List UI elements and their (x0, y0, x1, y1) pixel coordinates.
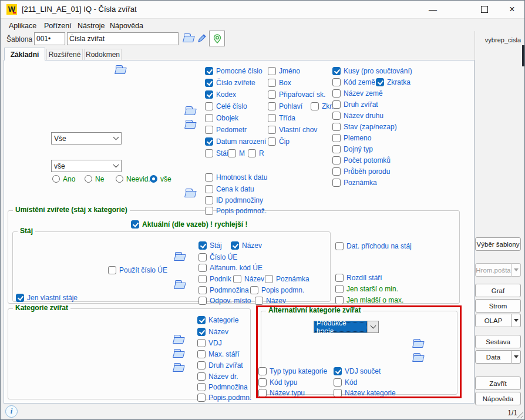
scrollbar-thumb[interactable] (522, 45, 525, 66)
checkbox-box[interactable]: Box (268, 78, 291, 87)
checkbox-icon[interactable] (311, 102, 319, 110)
checkbox-icon[interactable] (332, 112, 341, 120)
checkbox-nazev-typu[interactable]: Název typu (258, 388, 305, 397)
checkbox-icon[interactable] (334, 389, 342, 397)
checkbox-icon[interactable] (265, 275, 273, 283)
napoveda-button[interactable]: Nápověda (475, 392, 521, 405)
edit-pencil-icon[interactable] (197, 33, 207, 45)
checkbox-popis-podmn[interactable]: Popis podmn. (250, 285, 304, 294)
checkbox-icon[interactable] (205, 149, 213, 157)
olap-button[interactable]: OLAP (475, 314, 511, 327)
checkbox-alfanum-kod-ue[interactable]: Alfanum. kód ÚE (198, 263, 262, 272)
checkbox-icon[interactable] (198, 286, 207, 294)
checkbox-id-podmnoziny[interactable]: ID podmnožiny (205, 196, 263, 204)
checkbox-pohlavi-out[interactable]: Pohlaví (268, 102, 302, 110)
checkbox-stari[interactable]: Stáří (205, 149, 231, 157)
checkbox-pedometr[interactable]: Pedometr (205, 125, 247, 134)
checkbox-icon[interactable] (198, 241, 207, 250)
checkbox-obojek[interactable]: Obojek (205, 113, 238, 122)
checkbox-odpov-nazev[interactable]: Název (255, 296, 286, 305)
checkbox-hmotnost-k-datu[interactable]: Hmotnost k datu (205, 173, 267, 182)
checkbox-kat-nazev[interactable]: Název (197, 327, 228, 336)
radio-ne[interactable]: Ne (85, 174, 104, 183)
checkbox-priparovaci-sk[interactable]: Připařovací sk. (268, 90, 325, 99)
hrom-posta-dropdown-arrow[interactable] (511, 263, 521, 277)
checkbox-podnik[interactable]: Podnik (198, 274, 231, 283)
checkbox-icon[interactable] (197, 339, 206, 347)
checkbox-icon[interactable] (198, 275, 207, 283)
checkbox-icon[interactable] (335, 242, 344, 250)
menu-nastroje[interactable]: Nástroje (75, 21, 107, 31)
checkbox-kod[interactable]: Kód (334, 378, 357, 387)
checkbox-icon[interactable] (335, 285, 344, 293)
checkbox-stari-m[interactable]: M (228, 149, 245, 157)
data-dropdown-arrow[interactable] (511, 350, 521, 364)
checkbox-icon[interactable] (250, 286, 258, 294)
checkbox-icon[interactable] (233, 275, 241, 283)
checkbox-cislo-zvirete[interactable]: Číslo zvířete (205, 78, 255, 87)
druh-zvirat-folder-icon[interactable] (173, 348, 184, 358)
checkbox-icon[interactable] (198, 253, 207, 261)
checkbox-icon[interactable] (228, 149, 236, 157)
checkbox-icon[interactable] (197, 350, 206, 358)
template-code-input[interactable] (34, 32, 65, 45)
checkbox-icon[interactable] (248, 149, 256, 157)
stav-select[interactable]: vše (51, 160, 122, 172)
checkbox-cislo-ue[interactable]: Číslo ÚE (198, 253, 237, 261)
checkbox-kat-vdj[interactable]: VDJ (197, 338, 222, 347)
checkbox-zkr[interactable]: Zkr. (311, 102, 334, 110)
checkbox-kat-popis-podmn[interactable]: Popis.podmn. (197, 393, 251, 402)
checkbox-kat-podmnozina[interactable]: Podmnožina (197, 382, 248, 391)
checkbox-kat-max-stari[interactable]: Max. stáří (197, 350, 240, 358)
radio-icon[interactable] (116, 175, 123, 183)
checkbox-dojny-typ-out[interactable]: Dojný typ (332, 145, 373, 153)
checkbox-prubeh-porodu[interactable]: Průběh porodu (332, 167, 390, 176)
olap-dropdown-arrow[interactable] (511, 314, 521, 327)
checkbox-podnik-nazev[interactable]: Název (233, 274, 264, 283)
checkbox-icon[interactable] (197, 394, 206, 402)
menu-porizeni[interactable]: Pořízení (42, 21, 74, 31)
radio-icon[interactable] (52, 175, 60, 183)
alt-kategorie-folder-icon[interactable] (412, 352, 424, 362)
checkbox-pocet-potomku[interactable]: Počet potomků (332, 156, 391, 164)
radio-ano[interactable]: Ano (52, 174, 75, 183)
podmn-cisel-folder-icon[interactable] (184, 188, 196, 197)
template-name-input[interactable] (67, 32, 179, 45)
checkbox-icon[interactable] (332, 179, 341, 187)
checkbox-icon[interactable] (335, 274, 344, 282)
checkbox-pomocne-cislo[interactable]: Pomocné číslo (205, 66, 262, 75)
checkbox-icon[interactable] (332, 100, 341, 109)
checkbox-icon[interactable] (198, 264, 207, 272)
checkbox-nazev-zeme[interactable]: Název země (332, 89, 383, 98)
hrom-posta-button[interactable]: Hrom.pošta (475, 263, 511, 277)
checkbox-icon[interactable] (205, 102, 213, 110)
vyber-sablony-button[interactable]: Výběr šablony (475, 237, 521, 251)
checkbox-nazev-kategorie[interactable]: Název kategorie (334, 388, 396, 397)
checkbox-poznamka-out[interactable]: Poznámka (332, 178, 377, 187)
strom-button[interactable]: Strom (475, 299, 521, 313)
chevron-down-icon[interactable] (367, 321, 378, 332)
checkbox-cena-k-datu[interactable]: Cena k datu (205, 184, 254, 193)
checkbox-icon[interactable] (197, 316, 206, 324)
kategorie-folder-icon[interactable] (173, 334, 184, 344)
checkbox-jen-starsi[interactable]: Jen starší o min. (335, 284, 398, 293)
checkbox-icon[interactable] (231, 241, 239, 250)
checkbox-staj-podmnozina[interactable]: Podmnožina (198, 285, 249, 294)
checkbox-icon[interactable] (332, 145, 341, 153)
minimize-button[interactable]: — (419, 1, 446, 18)
cislo-folder-icon[interactable] (115, 65, 126, 74)
checkbox-icon[interactable] (205, 126, 213, 134)
checkbox-kat-nazev-dr[interactable]: Název dr. (197, 372, 238, 381)
checkbox-icon[interactable] (268, 79, 276, 87)
checkbox-staj-out[interactable]: Stáj (198, 241, 222, 250)
checkbox-kat-kategorie[interactable]: Kategorie (197, 315, 238, 324)
close-button[interactable]: × (499, 1, 525, 18)
checkbox-kat-druh[interactable]: Druh zvířat (197, 361, 243, 369)
checkbox-icon[interactable] (205, 207, 213, 215)
checkbox-cele-cislo[interactable]: Celé číslo (205, 102, 247, 110)
checkbox-icon[interactable] (376, 78, 384, 86)
checkbox-icon[interactable] (16, 294, 24, 302)
checkbox-icon[interactable] (255, 297, 263, 305)
checkbox-jen-vlastni-staje[interactable]: Jen vlastní stáje (16, 293, 78, 302)
menu-aplikace[interactable]: Aplikace (6, 21, 39, 31)
